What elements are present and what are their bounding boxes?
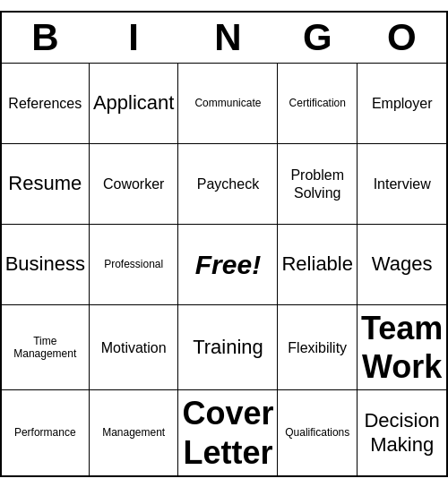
- cell-text: Communicate: [182, 97, 273, 109]
- cell-r1-c0: Resume: [1, 144, 90, 225]
- cell-r2-c3: Reliable: [278, 225, 358, 305]
- cell-r1-c2: Paycheck: [178, 144, 278, 225]
- cell-r1-c1: Coworker: [89, 144, 178, 225]
- cell-text: Performance: [5, 426, 85, 439]
- cell-r0-c2: Communicate: [178, 64, 278, 144]
- cell-text: Letter: [182, 433, 273, 472]
- cell-text: Team: [361, 309, 443, 347]
- cell-text: Work: [361, 347, 443, 386]
- cell-r4-c3: Qualifications: [278, 390, 358, 476]
- cell-text: Business: [5, 252, 85, 276]
- cell-r4-c2: CoverLetter: [178, 390, 278, 476]
- bingo-grid: BINGO ReferencesApplicantCommunicateCert…: [0, 11, 448, 477]
- cell-r2-c1: Professional: [89, 225, 178, 305]
- cell-text: Certification: [281, 97, 353, 109]
- cell-text: Professional: [93, 258, 175, 270]
- cell-r4-c0: Performance: [1, 390, 90, 476]
- bingo-letter-n: N: [178, 12, 278, 64]
- cell-r3-c3: Flexibility: [278, 305, 358, 390]
- cell-text: Qualifications: [281, 426, 353, 439]
- bingo-letter-i: I: [89, 12, 178, 64]
- cell-r0-c0: References: [1, 64, 90, 144]
- cell-text: Management: [5, 347, 85, 360]
- cell-r3-c0: TimeManagement: [1, 305, 90, 390]
- cell-text: Training: [182, 336, 273, 359]
- bingo-header: [18, 0, 430, 11]
- bingo-letter-g: G: [278, 12, 358, 64]
- cell-text: Resume: [5, 172, 85, 195]
- cell-text: Motivation: [93, 339, 175, 356]
- cell-text: Interview: [361, 175, 443, 192]
- cell-r3-c4: TeamWork: [357, 305, 447, 390]
- cell-r4-c4: DecisionMaking: [357, 390, 447, 476]
- bingo-letter-b: B: [1, 12, 90, 64]
- cell-r3-c2: Training: [178, 305, 278, 390]
- cell-text: Management: [93, 426, 175, 439]
- cell-r0-c1: Applicant: [89, 64, 178, 144]
- cell-text: Solving: [281, 184, 353, 201]
- cell-r0-c4: Employer: [357, 64, 447, 144]
- cell-text: Problem: [281, 167, 353, 184]
- cell-text: Wages: [361, 252, 443, 276]
- cell-r2-c2: Free!: [178, 225, 278, 305]
- cell-r3-c1: Motivation: [89, 305, 178, 390]
- cell-r1-c4: Interview: [357, 144, 447, 225]
- cell-text: Employer: [361, 95, 443, 112]
- cell-text: References: [5, 95, 85, 112]
- cell-text: Reliable: [281, 252, 353, 276]
- cell-r2-c0: Business: [1, 225, 90, 305]
- cell-r4-c1: Management: [89, 390, 178, 476]
- cell-r1-c3: ProblemSolving: [278, 144, 358, 225]
- cell-text: Paycheck: [182, 175, 273, 192]
- bingo-letter-o: O: [357, 12, 447, 64]
- cell-text: Flexibility: [281, 339, 353, 356]
- cell-text: Cover: [182, 394, 273, 432]
- cell-text: Coworker: [93, 175, 175, 192]
- cell-r2-c4: Wages: [357, 225, 447, 305]
- cell-text: Decision: [361, 409, 443, 432]
- cell-text: Applicant: [93, 91, 175, 115]
- cell-r0-c3: Certification: [278, 64, 358, 144]
- cell-text: Time: [5, 335, 85, 347]
- cell-text: Making: [361, 433, 443, 457]
- free-cell: Free!: [195, 250, 261, 279]
